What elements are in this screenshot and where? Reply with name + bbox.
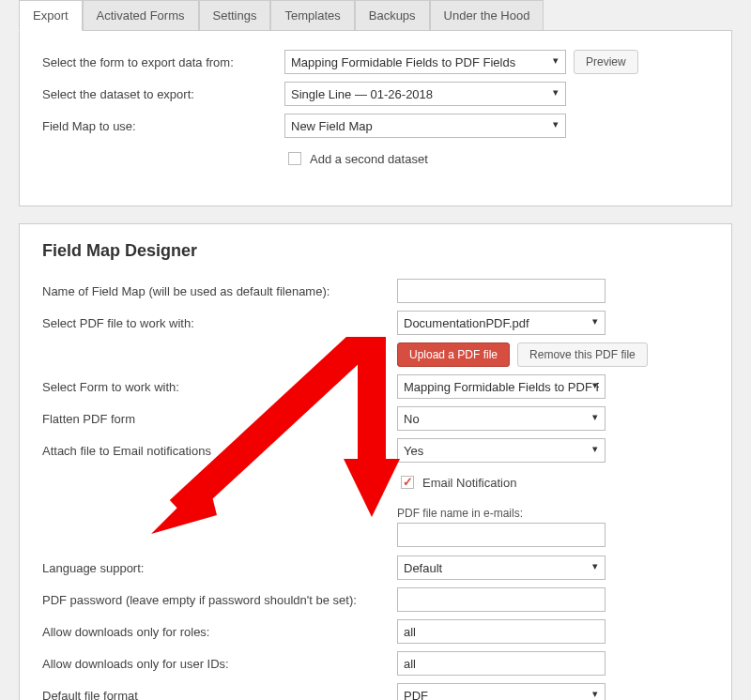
fieldmap-name-input[interactable] [397, 279, 605, 303]
flatten-select[interactable]: No [397, 406, 605, 431]
add-second-dataset-label: Add a second dataset [310, 152, 428, 166]
flatten-label: Flatten PDF form [42, 412, 397, 426]
email-notification-label: Email Notification [422, 476, 516, 490]
fieldmap-name-label: Name of Field Map (will be used as defau… [42, 284, 397, 298]
pdf-email-name-label: PDF file name in e-mails: [397, 507, 709, 520]
select-form-select[interactable]: Mapping Formidable Fields to PDF Fields [397, 374, 605, 399]
attach-email-label: Attach file to Email notifications [42, 444, 397, 458]
tab-export[interactable]: Export [19, 0, 83, 31]
tab-backups[interactable]: Backups [355, 0, 430, 30]
preview-button[interactable]: Preview [574, 50, 638, 74]
export-form-select[interactable]: Mapping Formidable Fields to PDF Fields [284, 50, 566, 74]
export-fieldmap-select[interactable]: New Field Map [284, 114, 566, 138]
tab-templates[interactable]: Templates [270, 0, 354, 30]
export-form-label: Select the form to export data from: [42, 55, 284, 69]
designer-panel: Field Map Designer Name of Field Map (wi… [19, 223, 732, 700]
designer-heading: Field Map Designer [42, 241, 709, 261]
export-dataset-label: Select the dataset to export: [42, 87, 284, 101]
tab-settings[interactable]: Settings [199, 0, 271, 30]
upload-pdf-button[interactable]: Upload a PDF file [397, 342, 510, 367]
default-format-select[interactable]: PDF [397, 683, 605, 700]
pdf-password-label: PDF password (leave empty if password sh… [42, 593, 397, 607]
tab-activated-forms[interactable]: Activated Forms [83, 0, 199, 30]
allow-userids-input[interactable] [397, 651, 605, 676]
pdf-file-select[interactable]: DocumentationPDF.pdf [397, 311, 605, 335]
export-panel: Select the form to export data from: Map… [19, 31, 732, 206]
export-dataset-select[interactable]: Single Line — 01-26-2018 [284, 82, 566, 106]
remove-pdf-button[interactable]: Remove this PDF file [517, 342, 648, 367]
allow-roles-input[interactable] [397, 619, 605, 644]
add-second-dataset-checkbox[interactable] [288, 152, 301, 165]
allow-roles-label: Allow downloads only for roles: [42, 625, 397, 639]
email-notification-checkbox[interactable] [401, 476, 414, 489]
attach-email-select[interactable]: Yes [397, 438, 605, 463]
pdf-email-name-input[interactable] [397, 523, 605, 547]
pdf-password-input[interactable] [397, 587, 605, 612]
select-form-label: Select Form to work with: [42, 380, 397, 394]
language-support-select[interactable]: Default [397, 555, 605, 580]
export-fieldmap-label: Field Map to use: [42, 119, 284, 133]
language-support-label: Language support: [42, 561, 397, 575]
tabs-nav: Export Activated Forms Settings Template… [19, 0, 732, 31]
pdf-file-label: Select PDF file to work with: [42, 316, 397, 330]
default-format-label: Default file format [42, 689, 397, 701]
allow-userids-label: Allow downloads only for user IDs: [42, 657, 397, 671]
tab-under-the-hood[interactable]: Under the Hood [430, 0, 544, 30]
